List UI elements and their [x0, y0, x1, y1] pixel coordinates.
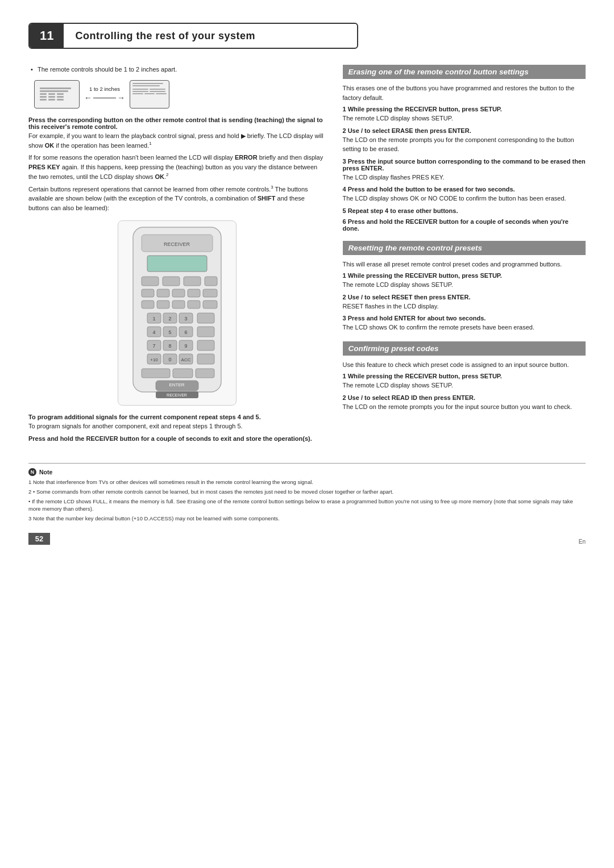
s3-step1-title: 1 While pressing the RECEIVER button, pr… — [343, 373, 586, 379]
svg-rect-11 — [188, 289, 200, 297]
s1-step3: 3 Press the input source button correspo… — [343, 158, 586, 182]
inches-illustration: 1 to 2 inches ← → — [34, 80, 326, 108]
step-7: Press and hold the RECEIVER button for a… — [28, 435, 326, 442]
svg-rect-36 — [196, 369, 214, 378]
svg-rect-16 — [188, 301, 200, 308]
s1-step3-title: 3 Press the input source button correspo… — [343, 158, 586, 172]
svg-rect-7 — [205, 277, 217, 286]
step-5: Press the corresponding button on the ot… — [28, 116, 326, 213]
step-5-body1: For example, if you want to learn the pl… — [28, 131, 326, 151]
chapter-header: 11 Controlling the rest of your system — [28, 23, 358, 49]
remote-1-lines — [40, 87, 74, 101]
note-2: 2 • Some commands from other remote cont… — [28, 488, 586, 496]
svg-text:4: 4 — [152, 329, 155, 335]
section-heading-reset: Resetting the remote control presets — [343, 241, 586, 255]
svg-rect-32 — [197, 340, 214, 350]
s2-step1-body: The remote LCD display shows SETUP. — [343, 280, 586, 290]
page-footer: 52 En — [28, 533, 586, 545]
step-5-body3: Certain buttons represent operations tha… — [28, 184, 326, 212]
main-layout: The remote controls should be 1 to 2 inc… — [28, 65, 586, 446]
s2-step2-body: RESET flashes in the LCD display. — [343, 302, 586, 311]
svg-text:5: 5 — [168, 329, 171, 335]
svg-text:2: 2 — [168, 316, 171, 322]
s1-step2-title: 2 Use / to select ERASE then press ENTER… — [343, 127, 586, 134]
svg-rect-6 — [184, 277, 201, 286]
svg-text:6: 6 — [184, 329, 187, 335]
remote-area: RECEIVER — [28, 220, 326, 406]
s3-step2-title: 2 Use / to select READ ID then press ENT… — [343, 394, 586, 401]
s3-step1: 1 While pressing the RECEIVER button, pr… — [343, 373, 586, 390]
s2-step3: 3 Press and hold ENTER for about two sec… — [343, 315, 586, 332]
s1-step3-body: The LCD display flashes PRES KEY. — [343, 173, 586, 182]
note-2b: • If the remote LCD shows FULL, it means… — [28, 498, 586, 514]
svg-rect-30 — [197, 313, 214, 323]
svg-text:9: 9 — [184, 343, 187, 349]
s3-step2-body: The LCD on the remote prompts you for th… — [343, 402, 586, 412]
section-heading-erase: Erasing one of the remote control button… — [343, 65, 586, 79]
section-heading-confirm: Confirming preset codes — [343, 341, 586, 356]
footnote-2: 2 — [166, 172, 168, 177]
svg-text:RECEIVER: RECEIVER — [167, 393, 187, 397]
s1-step5: 5 Repeat step 4 to erase other buttons. — [343, 207, 586, 214]
section3-intro: Use this feature to check which preset c… — [343, 360, 586, 370]
s2-step3-body: The LCD shows OK to confirm the remote p… — [343, 323, 586, 332]
s3-step1-body: The remote LCD display shows SETUP. — [343, 381, 586, 390]
svg-rect-35 — [173, 369, 193, 378]
s1-step4-body: The LCD display shows OK or NO CODE to c… — [343, 194, 586, 203]
s2-step2-title: 2 Use / to select RESET then press ENTER… — [343, 294, 586, 301]
step-5-title: Press the corresponding button on the ot… — [28, 116, 326, 130]
s1-step4-title: 4 Press and hold the button to be erased… — [343, 186, 586, 193]
chapter-title: Controlling the rest of your system — [64, 26, 267, 47]
svg-rect-10 — [172, 289, 185, 297]
svg-rect-5 — [163, 277, 180, 286]
svg-rect-12 — [203, 289, 217, 297]
language-label: En — [579, 539, 586, 545]
left-column: The remote controls should be 1 to 2 inc… — [28, 65, 326, 446]
remote-svg: RECEIVER — [122, 224, 233, 400]
right-column: Erasing one of the remote control button… — [343, 65, 586, 446]
s1-step2-body: The LCD on the remote prompts you for th… — [343, 135, 586, 154]
svg-rect-33 — [197, 354, 214, 364]
svg-rect-14 — [157, 301, 169, 308]
svg-rect-15 — [172, 301, 185, 308]
s1-step1: 1 While pressing the RECEIVER button, pr… — [343, 106, 586, 123]
note-label: N Note — [28, 468, 586, 476]
inches-label: 1 to 2 inches — [89, 86, 120, 92]
intro-bullet: The remote controls should be 1 to 2 inc… — [28, 65, 326, 74]
s1-step6: 6 Press and hold the RECEIVER button for… — [343, 218, 586, 232]
step-6-title: To program additional signals for the cu… — [28, 414, 326, 420]
s2-step2: 2 Use / to select RESET then press ENTER… — [343, 294, 586, 311]
s2-step1-title: 1 While pressing the RECEIVER button, pr… — [343, 272, 586, 279]
s1-step4: 4 Press and hold the button to be erased… — [343, 186, 586, 203]
footnote-3: 3 — [271, 185, 273, 190]
svg-rect-3 — [147, 256, 207, 272]
step-5-body2: If for some reasons the operation hasn't… — [28, 153, 326, 181]
remote-1 — [34, 80, 80, 108]
s2-step3-title: 3 Press and hold ENTER for about two sec… — [343, 315, 586, 322]
svg-text:1: 1 — [152, 316, 155, 322]
svg-rect-34 — [142, 369, 170, 378]
page: 11 Controlling the rest of your system T… — [0, 0, 614, 868]
s2-step1: 1 While pressing the RECEIVER button, pr… — [343, 272, 586, 290]
svg-text:+10: +10 — [150, 357, 158, 362]
svg-text:3: 3 — [184, 316, 187, 322]
svg-text:0: 0 — [168, 357, 171, 362]
svg-rect-31 — [197, 327, 214, 337]
step-6: To program additional signals for the cu… — [28, 414, 326, 431]
svg-text:7: 7 — [152, 343, 155, 349]
note-3: 3 Note that the number key decimal butto… — [28, 515, 586, 523]
s1-step1-body: The remote LCD display shows SETUP. — [343, 114, 586, 123]
footnote-1: 1 — [149, 141, 151, 146]
remote-2 — [130, 80, 169, 108]
s1-step6-title: 6 Press and hold the RECEIVER button for… — [343, 218, 586, 232]
remote-illustration: RECEIVER — [118, 220, 237, 406]
section2-intro: This will erase all preset remote contro… — [343, 260, 586, 269]
s1-step1-title: 1 While pressing the RECEIVER button, pr… — [343, 106, 586, 112]
note-icon: N — [28, 468, 36, 476]
svg-rect-9 — [157, 289, 169, 297]
arrow: ← → — [84, 93, 125, 102]
svg-rect-17 — [203, 301, 217, 308]
notes-section: N Note 1 Note that interference from TVs… — [28, 463, 586, 523]
svg-rect-4 — [142, 277, 159, 286]
chapter-number: 11 — [30, 24, 64, 48]
